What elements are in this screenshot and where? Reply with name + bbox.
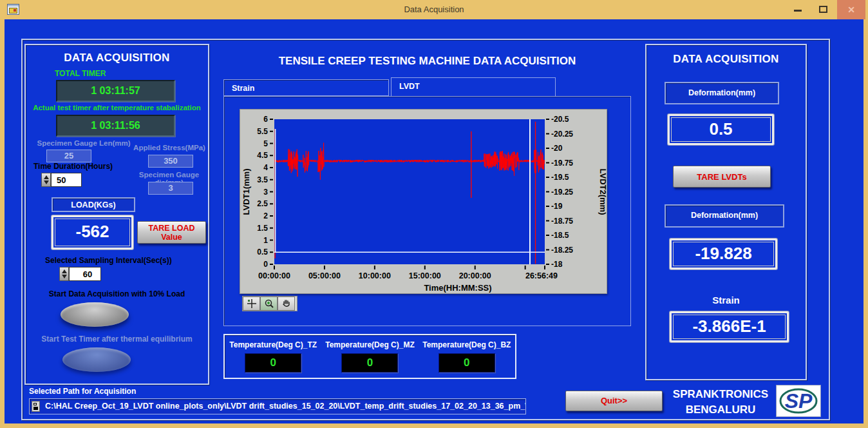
- center-title: TENSILE CREEP TESTING MACHINE DATA ACQUI…: [223, 55, 631, 68]
- applied-stress-label: Applied Stress(MPa): [130, 144, 209, 151]
- maximize-button[interactable]: [813, 0, 835, 19]
- graph-palette: [242, 296, 297, 311]
- titlebar: Data Acquisition ✕: [0, 0, 868, 19]
- pan-tool-button[interactable]: [278, 297, 295, 311]
- actual-timer-label: Actual test timer after temperature stab…: [26, 104, 208, 112]
- y-right-tick-label: -18: [551, 260, 563, 269]
- x-tick-label: 26:56:49: [525, 271, 558, 280]
- close-button[interactable]: ✕: [837, 0, 865, 19]
- close-icon: ✕: [837, 5, 865, 15]
- maximize-icon: [819, 6, 827, 13]
- zoom-tool-button[interactable]: [260, 297, 278, 311]
- y-left-tick-label: 4.5: [257, 151, 268, 160]
- start-daq-label: Start Data Acquisition with 10% Load: [26, 289, 208, 298]
- y-left-tick-label: 0: [263, 260, 268, 269]
- lvdt-graph[interactable]: 00.511.522.533.544.555.56-20.5-20.25-20-…: [240, 109, 607, 294]
- brand-line2: BENGALURU: [663, 402, 778, 418]
- temperature-tz-label: Temperature(Deg C)_TZ: [225, 340, 321, 349]
- temperature-bz-label: Temperature(Deg C)_BZ: [419, 340, 515, 349]
- path-label: Selected Path for Acquisition: [29, 387, 136, 396]
- window-title: Data Acquisition: [0, 5, 868, 14]
- x-tick-label: 00:00:00: [258, 271, 290, 280]
- time-duration-input[interactable]: [51, 173, 82, 187]
- temperature-group-mz: Temperature(Deg C)_MZ 0: [321, 335, 418, 378]
- y-right-tick-label: -20.5: [551, 115, 569, 124]
- tab-strain[interactable]: Strain: [223, 79, 389, 96]
- y-left-tick-label: 3: [263, 188, 268, 197]
- plot-area[interactable]: [274, 119, 545, 264]
- deformation2-label: Deformation(mm): [665, 204, 784, 228]
- y-right-tick-label: -18.75: [551, 217, 573, 226]
- gauge-dia-value: 3: [148, 182, 193, 195]
- strain-label: Strain: [646, 295, 806, 306]
- start-daq-toggle[interactable]: [61, 302, 129, 327]
- y-left-tick-label: 4: [263, 163, 268, 172]
- minimize-icon: [794, 10, 802, 12]
- total-timer-label: TOTAL TIMER: [55, 69, 106, 78]
- sampling-interval-input[interactable]: [69, 267, 101, 281]
- gauge-len-label: Specimen Gauge Len(mm): [32, 139, 135, 147]
- y-right-tick-label: -20: [551, 144, 563, 153]
- temperature-mz-display: 0: [341, 353, 398, 373]
- cursor-tool-button[interactable]: [243, 297, 260, 311]
- y-left-axis-title: LVDT1(mm): [241, 169, 251, 215]
- brand-text: SPRANKTRONICS BENGALURU: [663, 387, 778, 418]
- total-timer-display: 1 03:11:57: [56, 80, 175, 102]
- temperature-tz-display: 0: [245, 353, 301, 373]
- start-timer-toggle[interactable]: [62, 347, 131, 372]
- x-tick-label: 10:00:00: [359, 271, 391, 280]
- sampling-interval-label: Selected Sampling Interval(Sec(s)): [45, 256, 172, 265]
- gauge-len-value: 25: [46, 150, 91, 162]
- magnifier-icon: [264, 298, 274, 309]
- tab-lvdt[interactable]: LVDT: [391, 77, 556, 97]
- y-left-tick-label: 6: [263, 115, 268, 124]
- temperature-group-tz: Temperature(Deg C)_TZ 0: [225, 335, 321, 378]
- applied-stress-value: 350: [148, 155, 193, 168]
- svg-text:SP: SP: [785, 389, 813, 413]
- left-panel-title: DATA ACQUISITION: [26, 52, 208, 64]
- y-left-tick-label: 1: [263, 236, 268, 245]
- minimize-button[interactable]: [787, 0, 809, 19]
- sampling-interval-stepper[interactable]: [59, 267, 69, 281]
- y-left-tick-label: 5: [263, 139, 268, 148]
- y-right-tick-label: -18.5: [551, 231, 569, 240]
- time-duration-stepper[interactable]: [41, 173, 51, 187]
- temperature-mz-label: Temperature(Deg C)_MZ: [321, 340, 418, 349]
- sp-logo: SP: [776, 385, 821, 417]
- y-right-tick-label: -19.75: [551, 159, 573, 168]
- path-field[interactable]: C:\HAL Creep_Oct_19_LVDT online_plots_on…: [29, 398, 526, 414]
- y-left-tick-label: 5.5: [257, 127, 268, 136]
- actual-timer-display: 1 03:11:56: [56, 115, 175, 137]
- strain-display: -3.866E-1: [670, 311, 789, 342]
- y-left-tick-label: 1.5: [257, 224, 268, 233]
- tare-lvdts-button[interactable]: TARE LVDTs: [673, 166, 771, 188]
- y-left-tick-label: 0.5: [257, 248, 268, 257]
- crosshair-icon: [247, 298, 257, 309]
- x-tick-label: 05:00:00: [308, 271, 341, 280]
- load-label: LOAD(KGs): [52, 197, 135, 212]
- temperature-bz-display: 0: [439, 353, 495, 373]
- y-right-axis-title: LVDT2(mm): [598, 169, 608, 215]
- front-panel: DATA ACQUISITION TOTAL TIMER 1 03:11:57 …: [5, 19, 863, 423]
- tare-load-button[interactable]: TARE LOAD Value: [137, 221, 206, 244]
- y-left-tick-label: 2: [263, 211, 268, 220]
- quit-button[interactable]: Quit>>: [565, 391, 663, 411]
- x-tick-label: 20:00:00: [459, 271, 491, 280]
- app-window: Data Acquisition ✕ DATA ACQUISITION TOTA…: [0, 0, 868, 428]
- temperature-group-bz: Temperature(Deg C)_BZ 0: [419, 335, 515, 378]
- x-axis-title: Time(HH:MM:SS): [424, 283, 491, 293]
- temperature-panel: Temperature(Deg C)_TZ 0 Temperature(Deg …: [223, 334, 516, 379]
- load-display: -562: [52, 215, 133, 249]
- path-type-icon: [32, 401, 40, 412]
- left-acquisition-panel: DATA ACQUISITION TOTAL TIMER 1 03:11:57 …: [24, 44, 209, 385]
- right-acquisition-panel: DATA ACQUISITION Deformation(mm) 0.5 TAR…: [645, 44, 807, 380]
- deformation1-label: Deformation(mm): [665, 82, 779, 104]
- y-right-tick-label: -20.25: [551, 130, 573, 139]
- y-right-tick-label: -19.25: [551, 188, 573, 197]
- right-panel-title: DATA ACQUISITION: [646, 53, 806, 66]
- y-right-tick-label: -18.25: [551, 246, 573, 255]
- x-tick-label: 15:00:00: [409, 271, 441, 280]
- brand-line1: SPRANKTRONICS: [663, 387, 778, 402]
- time-duration-label: Time Duration(Hours): [33, 162, 113, 171]
- start-timer-label: Start Test Timer after thermal equilibri…: [26, 335, 208, 344]
